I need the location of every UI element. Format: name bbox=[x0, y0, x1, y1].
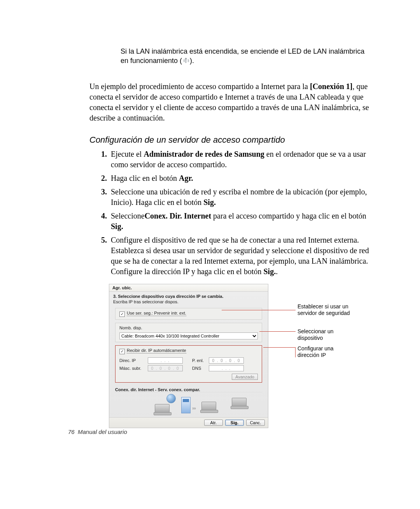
laptop-icon bbox=[155, 404, 170, 413]
laptop-icon bbox=[232, 398, 247, 407]
connection-diagram: Conex. dir. Internet - Serv. conex. comp… bbox=[115, 386, 262, 417]
step-1: Ejecute el Administrador de redes de Sam… bbox=[109, 149, 369, 170]
page-footer: 76 Manual del usuario bbox=[68, 429, 127, 435]
step-3: Seleccione una ubicación de red y escrib… bbox=[109, 187, 369, 208]
gateway-label: P. enl. bbox=[192, 358, 208, 363]
callout-leader-3a bbox=[263, 347, 296, 348]
footer-label: Manual del usuario bbox=[78, 429, 127, 435]
next-button[interactable]: Sig. bbox=[225, 420, 244, 426]
callout-ip: Configurar una dirección IP bbox=[298, 345, 350, 359]
note-line1: Si la LAN inalámbrica está encendida, se… bbox=[121, 47, 364, 55]
wlan-led-icon bbox=[182, 58, 190, 64]
dialog-title: Agr. ubic. bbox=[109, 284, 268, 292]
intro-paragraph: Un ejemplo del procedimiento de acceso c… bbox=[89, 81, 369, 123]
wireless-waves-icon: ››› bbox=[192, 406, 196, 411]
callout-leader-3b bbox=[295, 347, 296, 357]
callout-device: Seleccionar un dispositivo bbox=[298, 328, 350, 342]
wlan-note: Si la LAN inalámbrica está encendida, se… bbox=[121, 47, 369, 66]
server-tower-icon bbox=[181, 397, 191, 413]
note-line2-post: ). bbox=[190, 57, 194, 65]
steps-list: Ejecute el Administrador de redes de Sam… bbox=[89, 149, 369, 277]
callout-firewall: Establecer si usar un servidor de seguri… bbox=[298, 303, 350, 317]
note-line2-pre: en funcionamiento ( bbox=[121, 57, 182, 65]
back-button[interactable]: Atr. bbox=[204, 420, 223, 426]
globe-icon bbox=[166, 394, 176, 403]
cancel-button[interactable]: Canc. bbox=[246, 420, 265, 426]
mask-field[interactable]: 0 . 0 . 0 . 0 bbox=[148, 365, 183, 371]
dialog-figure: Establecer si usar un servidor de seguri… bbox=[109, 284, 354, 428]
add-location-dialog: Agr. ubic. 3. Seleccione dispositivo cuy… bbox=[109, 284, 268, 428]
diagram-title: Conex. dir. Internet - Serv. conex. comp… bbox=[115, 387, 262, 392]
dialog-subheading: Escriba IP tras seleccionar dispos. bbox=[109, 299, 268, 308]
gateway-field[interactable]: 0 . 0 . 0 . 0 bbox=[209, 357, 244, 364]
mask-label: Másc. subr. bbox=[119, 366, 147, 371]
page-number: 76 bbox=[68, 429, 75, 435]
step-2: Haga clic en el botón Agr. bbox=[109, 173, 369, 184]
callout-leader-2 bbox=[259, 331, 296, 332]
firewall-label: Use ser. seg.: Prevenir intr. ext. bbox=[127, 311, 186, 316]
device-label: Nomb. disp. bbox=[119, 325, 258, 330]
callout-leader-1 bbox=[222, 310, 296, 310]
dns-label: DNS bbox=[192, 366, 208, 371]
ip-label: Direc. IP bbox=[119, 358, 147, 363]
advanced-button[interactable]: Avanzado bbox=[232, 374, 258, 380]
dns-field[interactable]: . . . bbox=[209, 365, 244, 371]
dialog-heading: 3. Seleccione dispositivo cuya dirección… bbox=[109, 292, 268, 299]
section-title: Configuración de un servidor de acceso c… bbox=[89, 135, 369, 145]
step-5: Configure el dispositivo de red que se h… bbox=[109, 235, 369, 277]
ip-field[interactable]: . . . bbox=[148, 357, 183, 364]
device-select[interactable]: Cable: Broadcom 440x 10/100 Integrated C… bbox=[119, 332, 258, 339]
ip-section: ✓Recibir dir. IP automáticamente Direc. … bbox=[115, 345, 262, 383]
step-4: SeleccioneConex. Dir. Internet para el a… bbox=[109, 211, 369, 232]
firewall-checkbox[interactable]: ✓ bbox=[119, 311, 125, 317]
auto-ip-label: Recibir dir. IP automáticamente bbox=[127, 348, 186, 353]
device-section: Nomb. disp. Cable: Broadcom 440x 10/100 … bbox=[115, 323, 262, 342]
dialog-footer: Atr. Sig. Canc. bbox=[109, 417, 268, 428]
auto-ip-checkbox[interactable]: ✓ bbox=[119, 349, 125, 354]
laptop-icon bbox=[201, 402, 216, 411]
